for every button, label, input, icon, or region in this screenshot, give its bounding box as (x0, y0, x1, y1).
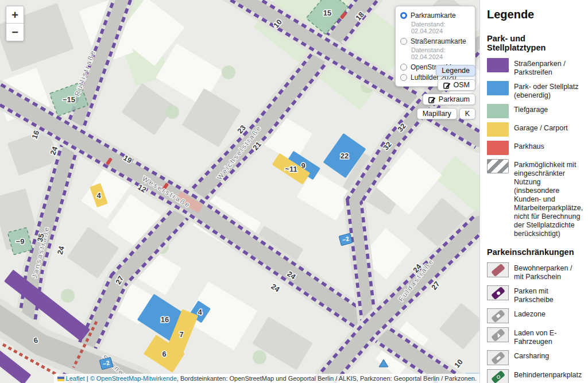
osm-edit-button[interactable]: OSM (438, 79, 475, 91)
svg-text:4: 4 (198, 308, 202, 316)
tiefgarage-swatch (487, 104, 509, 118)
legend-item-behindertenparkplatz: Behindertenparkplatz (487, 369, 583, 383)
legend-item-parkscheibe: Parken mit Parkscheibe (487, 285, 583, 304)
parkhaus-swatch (487, 141, 509, 155)
disc-glyph (496, 291, 500, 295)
svg-text:−15: −15 (63, 95, 75, 104)
svg-text:~11: ~11 (285, 165, 297, 173)
svg-text:22: 22 (341, 152, 349, 160)
strassenparken-swatch (487, 58, 509, 72)
legend-item-label: Ladezone (514, 308, 546, 319)
layer-option-datenstand: Datenstand: 02.04.2024 (400, 47, 470, 62)
zoom-in-button[interactable]: + (6, 6, 24, 24)
mapillary-k-button[interactable]: K (459, 108, 475, 119)
mapillary-button-label: Mapillary (423, 110, 451, 118)
carsharing-icon (487, 350, 509, 365)
zoom-out-button[interactable]: − (6, 24, 24, 41)
legend-item-label: Tiefgarage (514, 104, 548, 114)
legend-item-label: Bewohnerparken / mit Parkschein (514, 262, 583, 281)
svg-text:6: 6 (162, 350, 166, 358)
stellplatz-swatch (487, 81, 509, 95)
layer-option-label: Parkraumkarte (411, 11, 456, 20)
legend-section-title-restrictions: Parkeinschränkungen (487, 247, 583, 257)
bewohnerparken-icon (487, 262, 509, 277)
legend-item-garage-carport: Garage / Carport (487, 122, 583, 137)
legend-item-ladezone: Ladezone (487, 308, 583, 323)
bolt-glyph (496, 332, 500, 338)
edit-pencil-icon (443, 82, 451, 89)
legend-sidebar: Legende Park- und Stellplatztypen Straße… (479, 0, 588, 383)
svg-text:4: 4 (96, 191, 101, 200)
wheel-glyph (496, 374, 500, 379)
svg-text:7: 7 (179, 330, 183, 339)
eingeschraenkte-nutzung-swatch (487, 159, 509, 173)
garage-carport-swatch (487, 122, 509, 137)
svg-text:16: 16 (161, 315, 169, 324)
radio-icon[interactable] (400, 74, 407, 81)
legend-item-label: Parken mit Parkscheibe (514, 285, 583, 304)
legend-item-label: Park- oder Stellplatz (ebenerdig) (514, 81, 583, 100)
ukraine-flag-icon (57, 377, 64, 381)
legend-item-stellplatz: Park- oder Stellplatz (ebenerdig) (487, 81, 583, 100)
radio-icon[interactable] (400, 64, 407, 71)
legend-title: Legende (487, 8, 583, 21)
map-canvas[interactable]: 15−15−92291645~11476RütlistraßeJansastra… (0, 0, 479, 383)
laden-e-fahrzeuge-icon (487, 327, 509, 342)
edit-pencil-icon (428, 96, 436, 103)
zoom-control: + − (6, 6, 24, 41)
behindertenparkplatz-icon (487, 369, 509, 383)
car-glyph (496, 355, 501, 360)
legend-item-label: Straßenparken / Parkstreifen (514, 58, 583, 77)
osm-button-label: OSM (454, 81, 470, 89)
layer-option-datenstand: Datenstand: 02.04.2024 (400, 21, 470, 36)
k-button-label: K (465, 110, 470, 118)
legend-item-strassenparken: Straßenparken / Parkstreifen (487, 58, 583, 77)
attribution-separator: | (85, 375, 90, 382)
svg-text:−9: −9 (16, 237, 25, 246)
attribution-text: , Bordsteinkanten: OpenStreetMap und Geo… (177, 375, 477, 382)
radio-icon[interactable] (400, 38, 407, 45)
legend-item-tiefgarage: Tiefgarage (487, 104, 583, 118)
legend-item-label: Parkhaus (514, 141, 544, 151)
parkscheibe-icon (487, 285, 509, 300)
parkraum-edit-button[interactable]: Parkraum (423, 94, 475, 105)
legende-button-label: Legende (442, 67, 470, 75)
legend-item-parkhaus: Parkhaus (487, 141, 583, 155)
legend-item-bewohnerparken: Bewohnerparken / mit Parkschein (487, 262, 583, 281)
layer-option-stra-enraumkarte[interactable]: Straßenraumkarte (400, 36, 470, 47)
osm-contributors-link[interactable]: © OpenStreetMap-Mitwirkende (90, 375, 177, 382)
map-button-stack: Legende OSM Parkraum Mapillary (417, 65, 475, 119)
leaflet-link[interactable]: Leaflet (66, 375, 85, 382)
box-glyph (496, 314, 500, 318)
legend-item-label: Garage / Carport (514, 122, 568, 133)
mapillary-button[interactable]: Mapillary (417, 108, 457, 119)
layer-option-parkraumkarte[interactable]: Parkraumkarte (400, 10, 470, 21)
map-attribution: Leaflet | © OpenStreetMap-Mitwirkende, B… (54, 374, 479, 383)
radio-selected-icon[interactable] (400, 12, 407, 19)
legend-item-carsharing: Carsharing (487, 350, 583, 365)
legend-item-label: Parkmöglichkeit mit eingeschränkter Nutz… (514, 159, 583, 238)
ladezone-icon (487, 308, 509, 323)
legend-item-label: Carsharing (514, 350, 549, 361)
legend-item-label: Laden von E-Fahrzeugen (514, 327, 583, 346)
parkraum-button-label: Parkraum (439, 95, 470, 103)
layer-option-label: Straßenraumkarte (411, 37, 466, 45)
legend-section-title-types: Park- und Stellplatztypen (487, 34, 583, 52)
legend-item-eingeschraenkte-nutzung: Parkmöglichkeit mit eingeschränkter Nutz… (487, 159, 583, 238)
parkraumkarte-app: 15−15−92291645~11476RütlistraßeJansastra… (0, 0, 588, 383)
svg-text:15: 15 (323, 9, 331, 17)
legende-button[interactable]: Legende (436, 65, 475, 76)
legend-item-label: Behindertenparkplatz (514, 369, 582, 380)
legend-item-laden-e-fahrzeuge: Laden von E-Fahrzeugen (487, 327, 583, 346)
